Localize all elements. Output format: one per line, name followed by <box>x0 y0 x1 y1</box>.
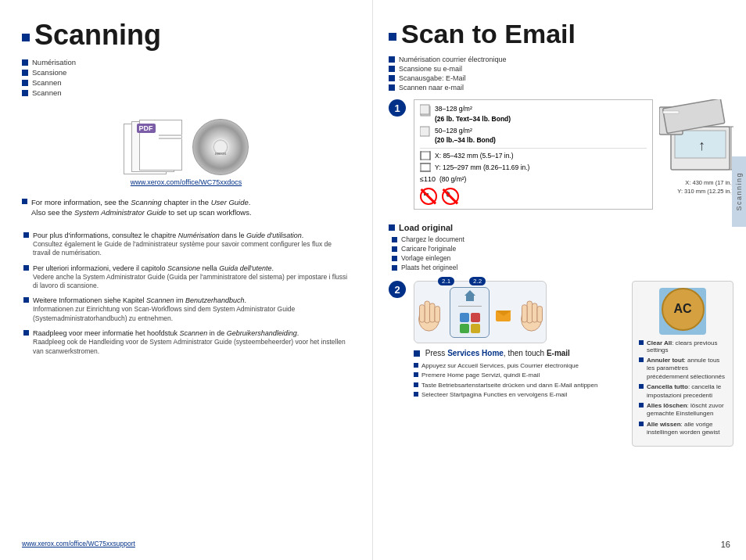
step2-content: 2.1 2.2 <box>414 281 733 447</box>
svg-rect-27 <box>537 307 542 322</box>
right-title-icon <box>389 33 396 41</box>
step2-section: 2 2.1 2.2 <box>389 281 733 447</box>
ac-sq-icon <box>639 403 644 407</box>
list-item: Numérisation <box>22 58 350 66</box>
scanner-svg: ↑ <box>659 99 733 178</box>
load-li-sq-icon <box>392 246 397 252</box>
dimension-icon <box>420 151 431 160</box>
load-items-list: Chargez le document Caricare l'originale… <box>392 235 733 271</box>
lang-info-it: Per ulteriori informazioni, vedere il ca… <box>22 264 350 291</box>
paper-stack-icon <box>420 104 431 117</box>
info-text: For more information, see the Scanning c… <box>31 197 252 218</box>
step1-content: 38–128 g/m²(26 lb. Text–34 lb. Bond) 50–… <box>414 99 733 214</box>
right-lang-list: Numérisation courrier électronique Scans… <box>389 56 733 92</box>
svg-rect-19 <box>425 301 429 323</box>
load-sq-icon <box>389 224 395 231</box>
de-body: Informationen zur Einrichtung von Scan-W… <box>33 305 350 323</box>
pdf-page-front: PDF <box>139 120 182 171</box>
de-title: Weitere Informationen siehe Kapitel Scan… <box>33 296 246 304</box>
lang-info-fr: Pour plus d'informations, consultez le c… <box>22 232 350 258</box>
right-title-text: Scan to Email <box>401 19 576 49</box>
lang-info-de: Weitere Informationen siehe Kapitel Scan… <box>22 296 350 323</box>
load-original-section: Load original Chargez le document Carica… <box>389 223 733 273</box>
home-icon <box>464 290 475 301</box>
list-item: Alles löschen: löscht zuvor gemachte Ein… <box>639 402 726 418</box>
step1-section: 1 38–128 g/m²(26 lb. Text–34 lb. Bond) <box>389 99 733 214</box>
ac-sq-icon <box>639 357 644 362</box>
ac-lang-item: Cancella tutto: cancella le impostazioni… <box>647 383 726 400</box>
lang-label: Scannen <box>32 88 62 97</box>
page-number: 16 <box>721 540 730 549</box>
bullet-sq-icon <box>23 297 29 303</box>
press-sq-icon <box>414 363 418 368</box>
list-item: Chargez le document <box>392 235 733 243</box>
ac-button[interactable]: AC <box>662 288 705 331</box>
load-li-sq-icon <box>392 265 397 271</box>
bullet-line: Per ulteriori informazioni, vedere il ca… <box>23 264 350 272</box>
r-lang-icon <box>389 66 395 72</box>
list-item: Cancella tutto: cancella le impostazioni… <box>639 383 726 400</box>
left-title-text: Scanning <box>34 19 161 52</box>
bullet-sq-icon <box>23 232 29 238</box>
fr-body: Consultez également le Guide de l'admini… <box>33 240 350 258</box>
spec-limit: (80 g/m²) <box>439 174 466 185</box>
blue-square-icon <box>22 199 27 204</box>
bullet-sq-icon <box>23 265 29 271</box>
svg-rect-25 <box>522 305 526 322</box>
list-item: Caricare l'originale <box>392 245 733 253</box>
clear-all-text: Clear All: clears previous settings <box>647 339 726 354</box>
svg-rect-21 <box>429 303 434 322</box>
svg-rect-24 <box>527 301 532 323</box>
dimension-y-icon <box>420 163 431 172</box>
sub-badge-1: 2.1 <box>438 277 454 285</box>
svg-rect-22 <box>435 307 439 322</box>
svg-rect-1 <box>420 105 429 114</box>
step1-specs: 38–128 g/m²(26 lb. Text–34 lb. Bond) 50–… <box>414 99 653 214</box>
press-langs-list: Appuyez sur Accueil Services, puis Courr… <box>414 362 626 400</box>
footer-link[interactable]: www.xerox.com/office/WC75xxsupport <box>22 532 350 547</box>
image-link[interactable]: www.xerox.com/office/WC75xxdocs <box>22 178 350 186</box>
image-area: PDF xerox <box>22 119 350 175</box>
list-item: Alle wissen: alle vorige instellingen wo… <box>639 421 726 437</box>
load-li-sq-icon <box>392 256 397 261</box>
press-sq-icon <box>414 372 418 377</box>
disc-label: xerox <box>215 151 227 156</box>
list-item: Numérisation courrier électronique <box>389 56 733 63</box>
left-title: Scanning <box>22 19 350 52</box>
press-sq-icon <box>414 382 418 387</box>
step1-combined: 38–128 g/m²(26 lb. Text–34 lb. Bond) 50–… <box>414 99 733 214</box>
press-text: Press Services Home, then touch E-mail <box>414 348 626 359</box>
list-item: Scannen <box>22 78 350 87</box>
ac-sq-icon <box>639 340 644 345</box>
r-lang-icon <box>389 75 395 81</box>
lang-info-section: Pour plus d'informations, consultez le c… <box>22 232 350 363</box>
ac-items-list: Annuler tout: annule tous les paramètres… <box>639 357 726 440</box>
svg-rect-20 <box>419 305 424 322</box>
ac-sq-icon <box>639 384 644 389</box>
lang-icon <box>22 70 28 76</box>
it-title: Per ulteriori informazioni, vedere il ca… <box>33 264 274 272</box>
lang-icon <box>22 80 28 86</box>
fr-title: Pour plus d'informations, consultez le c… <box>33 232 303 239</box>
clear-all-row: Clear All: clears previous settings <box>639 339 726 354</box>
left-lang-list: Numérisation Scansione Scannen Scannen <box>22 58 350 99</box>
press-sq-icon <box>414 350 420 357</box>
list-item: Appuyez sur Accueil Services, puis Courr… <box>414 362 626 370</box>
lang-label: Numérisation <box>32 58 76 66</box>
lang-icon <box>22 90 28 96</box>
ac-background: AC <box>659 288 706 335</box>
ac-lang-item: Alles löschen: löscht zuvor gemachte Ein… <box>647 402 726 418</box>
load-original-title: Load original <box>389 223 733 232</box>
bullet-line: Pour plus d'informations, consultez le c… <box>23 232 350 239</box>
no-symbols-row <box>420 188 647 205</box>
step1-badge: 1 <box>389 99 406 117</box>
lang-label: Scannen <box>32 78 62 87</box>
nl-title: Raadpleeg voor meer informatie het hoofd… <box>33 329 299 337</box>
svg-text:↑: ↑ <box>698 138 705 153</box>
list-item: Plaats het origineel <box>392 264 733 271</box>
right-dims: X: 430 mm (17 in.) Y: 310 mm (12.25 in.) <box>659 179 733 196</box>
cd-disc: xerox <box>192 119 249 175</box>
hand-icon-1 <box>414 289 443 336</box>
right-panel: Scanning Scan to Email Numérisation cour… <box>373 0 746 560</box>
bullet-line: Raadpleeg voor meer informatie het hoofd… <box>23 329 350 337</box>
